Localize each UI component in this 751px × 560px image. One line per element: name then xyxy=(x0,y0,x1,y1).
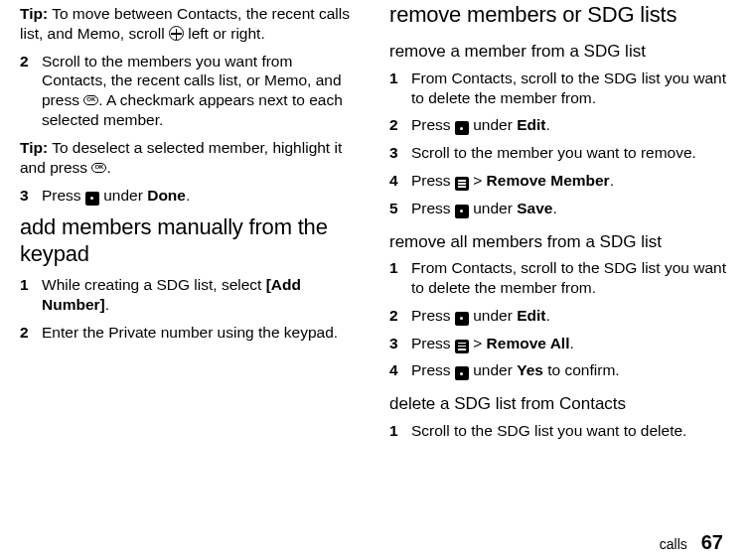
heading-remove-members: remove members or SDG lists xyxy=(389,2,731,28)
rm-all-step-4: 4 Press under Yes to confirm. xyxy=(389,360,731,380)
tip-label: Tip: xyxy=(20,5,48,22)
ok-icon: OK xyxy=(83,95,98,105)
keypad-step-2: 2 Enter the Private number using the key… xyxy=(20,323,362,343)
step-body: Press > Remove Member. xyxy=(411,171,731,191)
tip1-text-b: left or right. xyxy=(184,25,265,42)
subheading-remove-member: remove a member from a SDG list xyxy=(389,42,731,62)
step-body: Press under Yes to confirm. xyxy=(411,360,731,380)
a4-gt: > xyxy=(469,172,487,189)
step-body: From Contacts, scroll to the SDG list yo… xyxy=(411,69,731,108)
step-number: 3 xyxy=(20,186,42,206)
step-body: Press under Edit. xyxy=(411,306,731,326)
heading-add-members-keypad: add members manually from the keypad xyxy=(20,214,362,267)
page-content: Tip: To move between Contacts, the recen… xyxy=(0,0,751,524)
step-body: Press under Done. xyxy=(42,186,362,206)
step3-text-b: under xyxy=(99,187,147,204)
b4-c: to confirm. xyxy=(543,361,620,378)
step-number: 1 xyxy=(20,275,42,295)
step-3-press-done: 3 Press under Done. xyxy=(20,186,362,206)
subheading-delete-list: delete a SDG list from Contacts xyxy=(389,394,731,414)
softkey-icon xyxy=(455,205,469,218)
step3-text-c: . xyxy=(186,187,190,204)
a2-b: under xyxy=(469,116,517,133)
step-number: 5 xyxy=(389,199,411,218)
step-body: Scroll to the members you want from Cont… xyxy=(42,52,362,130)
b4-b: under xyxy=(469,361,517,378)
rm-member-step-5: 5 Press under Save. xyxy=(389,199,731,218)
step-number: 2 xyxy=(389,115,411,135)
step-number: 4 xyxy=(389,360,411,380)
step-number: 1 xyxy=(389,421,411,441)
b3-a: Press xyxy=(411,335,455,351)
left-column: Tip: To move between Contacts, the recen… xyxy=(20,2,362,524)
b4-a: Press xyxy=(411,361,455,378)
yes-label: Yes xyxy=(517,361,543,378)
a4-c: . xyxy=(610,172,614,189)
a5-b: under xyxy=(469,200,517,216)
rm-member-step-4: 4 Press > Remove Member. xyxy=(389,171,731,191)
b3-c: . xyxy=(569,335,573,351)
step-body: Scroll to the SDG list you want to delet… xyxy=(411,421,731,441)
tip-label: Tip: xyxy=(20,139,48,156)
softkey-icon xyxy=(455,366,469,380)
step-number: 4 xyxy=(389,171,411,191)
softkey-icon xyxy=(455,121,469,135)
step-body: Scroll to the member you want to remove. xyxy=(411,143,731,163)
edit-label: Edit xyxy=(517,307,545,324)
softkey-icon xyxy=(455,312,469,326)
step-body: Press > Remove All. xyxy=(411,334,731,353)
section-label: calls xyxy=(660,536,687,552)
tip-move-between: Tip: To move between Contacts, the recen… xyxy=(20,4,362,44)
edit-label: Edit xyxy=(517,116,545,133)
step-number: 2 xyxy=(20,323,42,343)
b2-b: under xyxy=(469,307,517,324)
step-number: 2 xyxy=(20,52,42,71)
km1-text-a: While creating a SDG list, select xyxy=(42,276,266,293)
a5-a: Press xyxy=(411,200,455,216)
softkey-icon xyxy=(85,192,99,206)
del-list-step-1: 1 Scroll to the SDG list you want to del… xyxy=(389,421,731,441)
a4-a: Press xyxy=(411,172,455,189)
rm-member-step-2: 2 Press under Edit. xyxy=(389,115,731,135)
menu-icon xyxy=(455,340,469,353)
step3-text-a: Press xyxy=(42,187,85,204)
right-column: remove members or SDG lists remove a mem… xyxy=(389,2,731,524)
rm-all-step-3: 3 Press > Remove All. xyxy=(389,334,731,353)
done-label: Done xyxy=(147,187,186,204)
save-label: Save xyxy=(517,200,552,216)
dpad-icon xyxy=(169,26,184,41)
tip2-text-b: . xyxy=(106,159,110,176)
step-number: 2 xyxy=(389,306,411,326)
b2-c: . xyxy=(545,307,549,324)
page-number: 67 xyxy=(701,531,723,554)
step-2-select-members: 2 Scroll to the members you want from Co… xyxy=(20,52,362,130)
menu-icon xyxy=(455,177,469,191)
subheading-remove-all: remove all members from a SDG list xyxy=(389,232,731,252)
tip2-text-a: To deselect a selected member, highlight… xyxy=(20,139,342,176)
remove-member-label: Remove Member xyxy=(487,172,610,189)
ok-icon: OK xyxy=(91,163,106,173)
b2-a: Press xyxy=(411,307,455,324)
rm-member-step-3: 3 Scroll to the member you want to remov… xyxy=(389,143,731,163)
step-number: 3 xyxy=(389,334,411,353)
tip-deselect: Tip: To deselect a selected member, high… xyxy=(20,138,362,178)
step-number: 1 xyxy=(389,258,411,278)
rm-all-step-2: 2 Press under Edit. xyxy=(389,306,731,326)
rm-all-step-1: 1 From Contacts, scroll to the SDG list … xyxy=(389,258,731,298)
step-body: Press under Edit. xyxy=(411,115,731,135)
step-number: 3 xyxy=(389,143,411,163)
a5-c: . xyxy=(552,200,556,216)
step-body: While creating a SDG list, select [Add N… xyxy=(42,275,362,315)
step-body: Enter the Private number using the keypa… xyxy=(42,323,362,343)
a2-a: Press xyxy=(411,116,455,133)
step-body: From Contacts, scroll to the SDG list yo… xyxy=(411,258,731,298)
a2-c: . xyxy=(545,116,549,133)
b3-gt: > xyxy=(469,335,487,351)
step-body: Press under Save. xyxy=(411,199,731,218)
rm-member-step-1: 1 From Contacts, scroll to the SDG list … xyxy=(389,69,731,108)
page-footer: calls 67 xyxy=(660,531,723,554)
keypad-step-1: 1 While creating a SDG list, select [Add… xyxy=(20,275,362,315)
remove-all-label: Remove All xyxy=(487,335,570,351)
step-number: 1 xyxy=(389,69,411,88)
km1-text-c: . xyxy=(105,296,109,313)
